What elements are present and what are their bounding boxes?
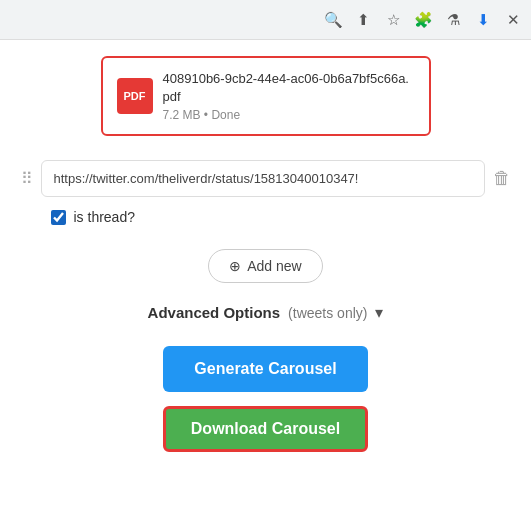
pdf-icon: PDF (117, 78, 153, 114)
generate-carousel-button[interactable]: Generate Carousel (163, 346, 368, 392)
file-meta: 7.2 MB • Done (163, 108, 415, 122)
search-icon[interactable]: 🔍 (323, 10, 343, 30)
advanced-options-sublabel: (tweets only) (288, 305, 367, 321)
download-icon[interactable]: ⬇ (473, 10, 493, 30)
add-new-button[interactable]: ⊕ Add new (208, 249, 322, 283)
url-row: ⠿ 🗑 (21, 160, 511, 197)
delete-icon[interactable]: 🗑 (493, 168, 511, 189)
puzzle-icon[interactable]: 🧩 (413, 10, 433, 30)
advanced-options-label: Advanced Options (148, 304, 281, 321)
is-thread-checkbox[interactable] (51, 210, 66, 225)
download-carousel-button[interactable]: Download Carousel (163, 406, 368, 452)
share-icon[interactable]: ⬆ (353, 10, 373, 30)
advanced-options-row: Advanced Options (tweets only) ▾ (148, 303, 384, 322)
is-thread-label: is thread? (74, 209, 135, 225)
menu-icon[interactable]: ✕ (503, 10, 523, 30)
download-carousel-label: Download Carousel (191, 420, 340, 437)
url-input[interactable] (41, 160, 485, 197)
page-content: PDF 408910b6-9cb2-44e4-ac06-0b6a7bf5c66a… (0, 40, 531, 529)
file-name: 408910b6-9cb2-44e4-ac06-0b6a7bf5c66a.pdf (163, 70, 415, 106)
star-icon[interactable]: ☆ (383, 10, 403, 30)
checkbox-row: is thread? (21, 209, 511, 225)
flask-icon[interactable]: ⚗ (443, 10, 463, 30)
browser-toolbar: 🔍 ⬆ ☆ 🧩 ⚗ ⬇ ✕ (0, 0, 531, 40)
drag-handle-icon[interactable]: ⠿ (21, 169, 33, 188)
file-info: 408910b6-9cb2-44e4-ac06-0b6a7bf5c66a.pdf… (163, 70, 415, 122)
chevron-down-icon[interactable]: ▾ (375, 303, 383, 322)
add-new-icon: ⊕ (229, 258, 241, 274)
add-new-label: Add new (247, 258, 301, 274)
file-card: PDF 408910b6-9cb2-44e4-ac06-0b6a7bf5c66a… (101, 56, 431, 136)
generate-carousel-label: Generate Carousel (194, 360, 336, 377)
